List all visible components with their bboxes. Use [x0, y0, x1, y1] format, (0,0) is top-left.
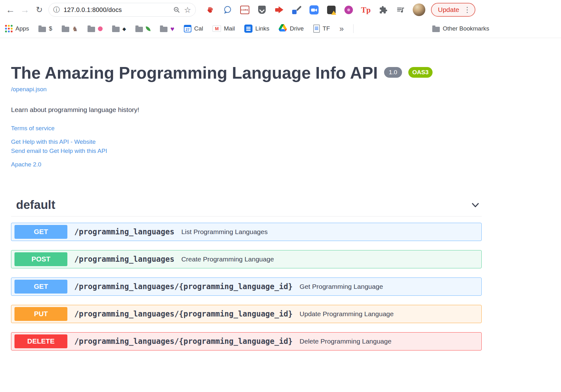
operations-list: GET /programming_languages List Programm… — [11, 223, 482, 350]
graduation-cap-emoji-icon: ◆ — [122, 26, 126, 31]
bookmarks-bar: Apps $ ♞ ◆ ♥ — [0, 20, 494, 38]
media-queue-extension-icon[interactable] — [396, 5, 405, 14]
bookmark-folder-graduation[interactable]: ◆ — [112, 25, 126, 32]
folder-icon — [112, 27, 120, 32]
endpoint-path: /programming_languages — [74, 227, 174, 236]
profile-avatar[interactable] — [413, 3, 425, 16]
endpoint-row-get-list[interactable]: GET /programming_languages List Programm… — [11, 223, 482, 241]
bookmark-tf-label: TF — [323, 25, 330, 32]
purple-heart-emoji-icon: ♥ — [170, 25, 174, 32]
apps-grid-icon — [5, 25, 13, 32]
bookmark-drive[interactable]: Drive — [279, 24, 303, 33]
back-icon: ← — [6, 5, 15, 15]
bookmark-mail-label: Mail — [224, 25, 235, 32]
bookmark-tf[interactable]: TF — [313, 25, 330, 33]
bookmark-folder-dollar[interactable]: $ — [38, 25, 52, 32]
bookmark-drive-label: Drive — [290, 25, 303, 32]
bookmark-mail[interactable]: M Mail — [212, 25, 235, 32]
collapse-chevron-icon[interactable] — [471, 201, 480, 210]
forward-button[interactable]: → — [18, 3, 32, 17]
endpoint-row-get-one[interactable]: GET /programming_languages/{programming_… — [11, 277, 482, 296]
email-help-link[interactable]: Send email to Get Help with this API — [11, 148, 107, 154]
update-button[interactable]: Update ⋮ — [431, 3, 475, 17]
endpoint-summary: List Programming Languages — [181, 228, 268, 236]
swagger-page: The Amazing Programming Language Info AP… — [0, 38, 561, 350]
tp-extension-icon[interactable]: Tp — [361, 5, 371, 14]
gmail-icon: M — [212, 25, 221, 32]
forward-icon: → — [20, 5, 30, 15]
bookmarks-overflow-chevron[interactable]: » — [339, 24, 344, 33]
endpoint-summary: Create Programming Language — [181, 255, 274, 263]
extensions-row: CORS Tp — [205, 5, 405, 14]
bookmark-folder-horse[interactable]: ♞ — [62, 25, 78, 32]
bookmark-folder-dollar-label: $ — [49, 25, 52, 32]
folder-icon — [160, 27, 167, 32]
folder-icon — [135, 27, 143, 32]
reload-icon: ↻ — [36, 5, 43, 15]
arrow-extension-icon[interactable] — [275, 5, 284, 14]
page-title: The Amazing Programming Language Info AP… — [11, 64, 561, 82]
bookmark-folder-plant[interactable] — [135, 25, 150, 32]
bookmarks-bar-wrap: Apps $ ♞ ◆ ♥ — [0, 20, 561, 38]
site-info-icon[interactable]: ⓘ — [53, 5, 60, 14]
bookmark-calendar[interactable]: 27 Cal — [184, 25, 203, 32]
terms-of-service-link[interactable]: Terms of service — [11, 125, 54, 132]
folder-icon — [432, 27, 440, 32]
reload-button[interactable]: ↻ — [32, 3, 47, 17]
method-badge: GET — [14, 225, 67, 239]
bookmark-links[interactable]: Links — [244, 25, 269, 33]
other-bookmarks[interactable]: Other Bookmarks — [432, 25, 489, 32]
api-description: Learn about programming language history… — [11, 106, 561, 114]
extensions-puzzle-icon[interactable] — [378, 5, 388, 14]
links-icon — [244, 25, 252, 33]
address-bar[interactable]: ⓘ 127.0.0.1:8000/docs ☆ — [48, 3, 196, 17]
endpoint-row-post-create[interactable]: POST /programming_languages Create Progr… — [11, 250, 482, 268]
document-icon — [313, 25, 320, 33]
endpoint-summary: Delete Programming Language — [300, 338, 392, 345]
oas3-badge: OAS3 — [408, 67, 433, 78]
pocket-extension-icon[interactable] — [257, 5, 267, 14]
method-badge: GET — [14, 280, 67, 294]
bookmark-apps-label: Apps — [15, 25, 29, 32]
tp-badge-text: Tp — [361, 6, 371, 14]
color-picker-extension-icon[interactable] — [292, 5, 301, 14]
endpoint-row-put-update[interactable]: PUT /programming_languages/{programming_… — [11, 305, 482, 323]
endpoint-path: /programming_languages/{programming_lang… — [74, 282, 293, 291]
endpoint-path: /programming_languages/{programming_lang… — [74, 310, 293, 318]
folder-icon — [62, 27, 69, 32]
bookmark-folder-purple-heart[interactable]: ♥ — [160, 25, 174, 32]
horse-emoji-icon: ♞ — [72, 25, 78, 32]
bookmarks-separator — [353, 24, 354, 33]
api-title-text: The Amazing Programming Language Info AP… — [11, 64, 378, 82]
zoom-meeting-extension-icon[interactable] — [309, 5, 319, 14]
hand-blocker-extension-icon[interactable] — [205, 5, 215, 14]
browser-chrome: ← → ↻ ⓘ 127.0.0.1:8000/docs ☆ CORS — [0, 0, 561, 38]
update-label: Update — [438, 6, 459, 14]
cors-extension-icon[interactable]: CORS — [240, 5, 249, 14]
purple-flower-extension-icon[interactable] — [344, 5, 353, 14]
method-badge: DELETE — [14, 334, 67, 348]
chat-bubble-extension-icon[interactable] — [223, 5, 232, 14]
endpoint-summary: Update Programming Language — [300, 310, 394, 318]
website-help-link[interactable]: Get Help with this API - Website — [11, 138, 96, 145]
other-bookmarks-label: Other Bookmarks — [443, 25, 489, 32]
license-link[interactable]: Apache 2.0 — [11, 161, 41, 168]
tag-section-default[interactable]: default — [11, 198, 482, 216]
chrome-menu-icon[interactable]: ⋮ — [464, 6, 471, 14]
drive-icon — [279, 24, 287, 33]
folder-icon — [38, 27, 46, 32]
bookmark-folder-brain[interactable] — [88, 25, 103, 32]
url-text[interactable]: 127.0.0.1:8000/docs — [64, 6, 169, 14]
dark-warning-extension-icon[interactable] — [326, 5, 336, 14]
openapi-json-link[interactable]: /openapi.json — [11, 86, 47, 93]
bookmark-apps[interactable]: Apps — [5, 25, 29, 32]
calendar-icon: 27 — [184, 25, 191, 32]
version-badge: 1.0 — [384, 67, 402, 78]
endpoint-row-delete[interactable]: DELETE /programming_languages/{programmi… — [11, 332, 482, 350]
zoom-icon[interactable] — [173, 6, 180, 14]
bookmark-star-icon[interactable]: ☆ — [184, 6, 191, 14]
back-button[interactable]: ← — [3, 3, 18, 17]
endpoint-path: /programming_languages/{programming_lang… — [74, 337, 293, 346]
endpoint-path: /programming_languages — [74, 255, 174, 264]
section-title: default — [16, 198, 55, 212]
